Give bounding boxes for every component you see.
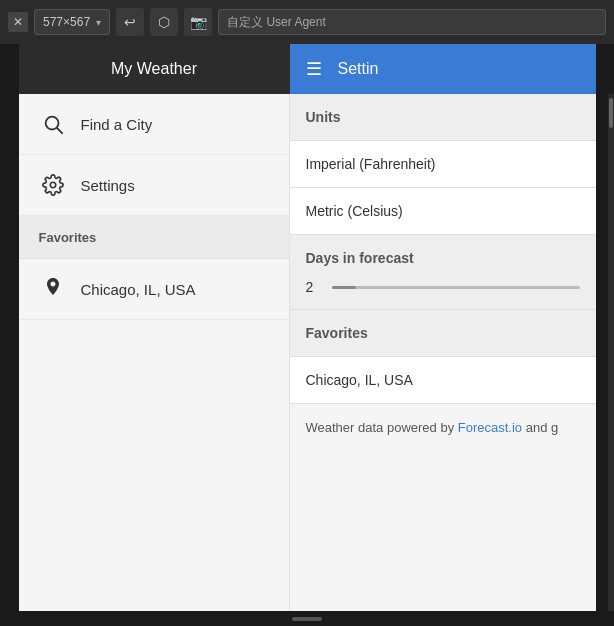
app-body: Find a City Settings Favorites xyxy=(19,94,596,611)
settings-header-label: Settin xyxy=(338,60,379,78)
favorites-settings-title: Favorites xyxy=(306,325,368,341)
days-title: Days in forecast xyxy=(306,250,414,266)
app-title: My Weather xyxy=(111,60,197,78)
search-icon xyxy=(39,110,67,138)
weather-credit: Weather data powered by Forecast.io and … xyxy=(290,404,596,450)
days-slider-track[interactable] xyxy=(332,286,580,289)
svg-line-1 xyxy=(57,128,62,133)
pin-icon xyxy=(39,275,67,303)
days-slider-row: 2 xyxy=(290,273,596,309)
imperial-option[interactable]: Imperial (Fahrenheit) xyxy=(290,141,596,188)
size-dropdown-arrow[interactable]: ▾ xyxy=(96,17,101,28)
sidebar-item-settings[interactable]: Settings xyxy=(19,155,289,216)
browser-chrome-bar: ✕ 577×567 ▾ ↩ ⬡ 📷 自定义 User Agent xyxy=(0,0,614,44)
metric-option[interactable]: Metric (Celsius) xyxy=(290,188,596,235)
find-city-label: Find a City xyxy=(81,116,153,133)
sidebar-item-find-city[interactable]: Find a City xyxy=(19,94,289,155)
hamburger-icon[interactable]: ☰ xyxy=(306,60,322,78)
browser-close-button[interactable]: ✕ xyxy=(8,12,28,32)
scroll-thumb xyxy=(609,98,613,128)
days-header: Days in forecast xyxy=(290,235,596,273)
days-value: 2 xyxy=(306,279,322,295)
weather-credit-text: Weather data powered by Forecast.io and … xyxy=(306,420,559,435)
settings-label: Settings xyxy=(81,177,135,194)
chicago-favorite-label: Chicago, IL, USA xyxy=(81,281,196,298)
scroll-indicator xyxy=(608,94,614,626)
units-title: Units xyxy=(306,109,341,125)
browser-size-display: 577×567 ▾ xyxy=(34,9,110,35)
metric-label: Metric (Celsius) xyxy=(306,203,403,219)
sidebar-item-chicago[interactable]: Chicago, IL, USA xyxy=(19,259,289,320)
browser-url-bar[interactable]: 自定义 User Agent xyxy=(218,9,606,35)
sidebar-favorites-header: Favorites xyxy=(19,216,289,259)
app-header: My Weather ☰ Settin xyxy=(19,44,596,94)
days-section: Days in forecast 2 xyxy=(290,235,596,310)
app-container: My Weather ☰ Settin Find xyxy=(19,44,596,611)
app-header-left: My Weather xyxy=(19,44,290,94)
bottom-handle xyxy=(292,617,322,621)
units-section-header: Units xyxy=(290,94,596,141)
days-slider-fill xyxy=(332,286,357,289)
sidebar: Find a City Settings Favorites xyxy=(19,94,290,611)
imperial-label: Imperial (Fahrenheit) xyxy=(306,156,436,172)
favorites-section-header: Favorites xyxy=(290,310,596,357)
gear-icon xyxy=(39,171,67,199)
favorites-chicago-item[interactable]: Chicago, IL, USA xyxy=(290,357,596,404)
forecast-link[interactable]: Forecast.io xyxy=(458,420,522,435)
browser-back-button[interactable]: ↩ xyxy=(116,8,144,36)
bottom-bar xyxy=(0,611,614,626)
settings-panel: Units Imperial (Fahrenheit) Metric (Cels… xyxy=(290,94,596,611)
settings-header-bar: ☰ Settin xyxy=(290,44,596,94)
favorites-header-label: Favorites xyxy=(39,230,97,245)
browser-camera-button[interactable]: 📷 xyxy=(184,8,212,36)
favorites-chicago-label: Chicago, IL, USA xyxy=(306,372,413,388)
svg-point-2 xyxy=(50,182,56,188)
browser-puzzle-button[interactable]: ⬡ xyxy=(150,8,178,36)
